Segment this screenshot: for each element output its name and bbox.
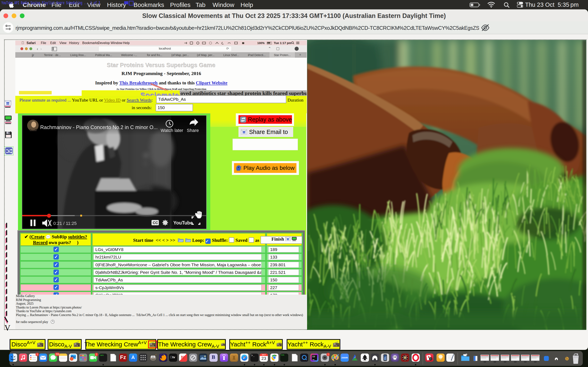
svg-text:CC: CC (153, 221, 158, 225)
svg-text:0:21 / 11:25: 0:21 / 11:25 (53, 221, 77, 226)
svg-text:Rachmaninov - Piano Concerto N: Rachmaninov - Piano Concerto No.2 in C m… (40, 124, 158, 130)
svg-text:Watch later: Watch later (161, 128, 183, 133)
svg-text:YouTube: YouTube (173, 220, 193, 225)
svg-text:Share: Share (187, 128, 199, 133)
